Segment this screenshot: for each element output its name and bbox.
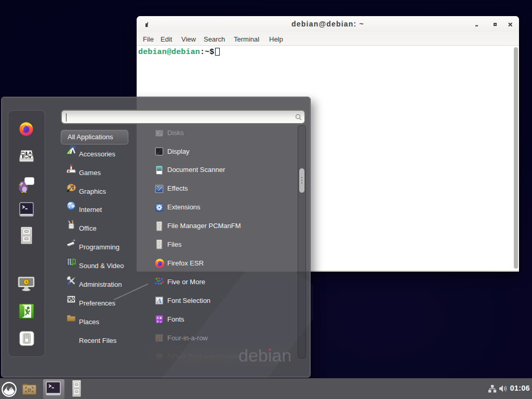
svg-text:A: A (156, 297, 161, 304)
svg-text:D: D (28, 388, 31, 393)
svg-text:a: a (159, 320, 162, 324)
svg-text:a: a (157, 320, 159, 323)
